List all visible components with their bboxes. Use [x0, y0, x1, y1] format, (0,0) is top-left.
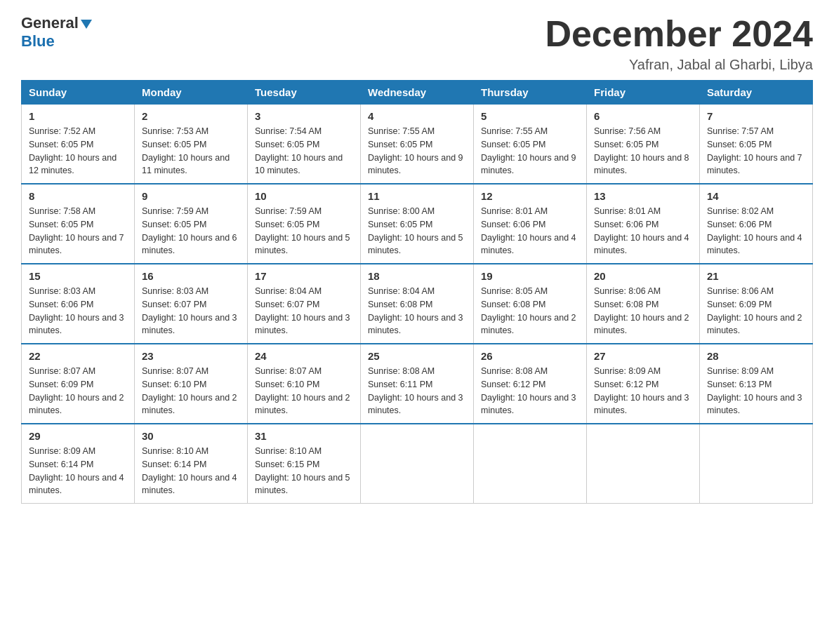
calendar-cell: 1 Sunrise: 7:52 AM Sunset: 6:05 PM Dayli…	[22, 105, 135, 185]
calendar-cell: 27 Sunrise: 8:09 AM Sunset: 6:12 PM Dayl…	[587, 344, 700, 424]
logo-line1: General	[21, 14, 92, 32]
day-info: Sunrise: 8:09 AM Sunset: 6:13 PM Dayligh…	[707, 365, 805, 417]
calendar-week-4: 22 Sunrise: 8:07 AM Sunset: 6:09 PM Dayl…	[22, 344, 813, 424]
day-info: Sunrise: 8:08 AM Sunset: 6:12 PM Dayligh…	[481, 365, 579, 417]
header-thursday: Thursday	[474, 81, 587, 105]
day-number: 27	[594, 350, 692, 362]
day-number: 12	[481, 190, 579, 202]
day-info: Sunrise: 8:09 AM Sunset: 6:14 PM Dayligh…	[29, 445, 127, 497]
day-info: Sunrise: 8:08 AM Sunset: 6:11 PM Dayligh…	[368, 365, 466, 417]
calendar-cell: 4 Sunrise: 7:55 AM Sunset: 6:05 PM Dayli…	[361, 105, 474, 185]
header-sunday: Sunday	[22, 81, 135, 105]
day-info: Sunrise: 7:52 AM Sunset: 6:05 PM Dayligh…	[29, 125, 127, 177]
calendar-cell	[700, 424, 813, 504]
day-number: 13	[594, 190, 692, 202]
day-info: Sunrise: 7:54 AM Sunset: 6:05 PM Dayligh…	[255, 125, 353, 177]
day-number: 21	[707, 270, 805, 282]
day-number: 2	[142, 110, 240, 122]
calendar-cell: 12 Sunrise: 8:01 AM Sunset: 6:06 PM Dayl…	[474, 184, 587, 264]
day-info: Sunrise: 8:04 AM Sunset: 6:07 PM Dayligh…	[255, 285, 353, 337]
day-number: 7	[707, 110, 805, 122]
day-info: Sunrise: 8:10 AM Sunset: 6:15 PM Dayligh…	[255, 445, 353, 497]
calendar-cell: 25 Sunrise: 8:08 AM Sunset: 6:11 PM Dayl…	[361, 344, 474, 424]
day-info: Sunrise: 8:07 AM Sunset: 6:10 PM Dayligh…	[255, 365, 353, 417]
day-number: 11	[368, 190, 466, 202]
calendar-cell: 28 Sunrise: 8:09 AM Sunset: 6:13 PM Dayl…	[700, 344, 813, 424]
calendar-cell: 24 Sunrise: 8:07 AM Sunset: 6:10 PM Dayl…	[248, 344, 361, 424]
day-info: Sunrise: 7:56 AM Sunset: 6:05 PM Dayligh…	[594, 125, 692, 177]
calendar-cell: 6 Sunrise: 7:56 AM Sunset: 6:05 PM Dayli…	[587, 105, 700, 185]
day-number: 24	[255, 350, 353, 362]
calendar-cell: 15 Sunrise: 8:03 AM Sunset: 6:06 PM Dayl…	[22, 264, 135, 344]
calendar-cell	[361, 424, 474, 504]
calendar-cell: 29 Sunrise: 8:09 AM Sunset: 6:14 PM Dayl…	[22, 424, 135, 504]
day-number: 9	[142, 190, 240, 202]
day-number: 31	[255, 430, 353, 442]
calendar-cell: 22 Sunrise: 8:07 AM Sunset: 6:09 PM Dayl…	[22, 344, 135, 424]
calendar-cell: 5 Sunrise: 7:55 AM Sunset: 6:05 PM Dayli…	[474, 105, 587, 185]
header-saturday: Saturday	[700, 81, 813, 105]
day-number: 25	[368, 350, 466, 362]
day-number: 19	[481, 270, 579, 282]
day-number: 10	[255, 190, 353, 202]
day-info: Sunrise: 8:10 AM Sunset: 6:14 PM Dayligh…	[142, 445, 240, 497]
calendar-week-5: 29 Sunrise: 8:09 AM Sunset: 6:14 PM Dayl…	[22, 424, 813, 504]
calendar-cell: 20 Sunrise: 8:06 AM Sunset: 6:08 PM Dayl…	[587, 264, 700, 344]
calendar-cell: 26 Sunrise: 8:08 AM Sunset: 6:12 PM Dayl…	[474, 344, 587, 424]
header-monday: Monday	[135, 81, 248, 105]
calendar-cell: 3 Sunrise: 7:54 AM Sunset: 6:05 PM Dayli…	[248, 105, 361, 185]
calendar-cell: 18 Sunrise: 8:04 AM Sunset: 6:08 PM Dayl…	[361, 264, 474, 344]
calendar-cell: 31 Sunrise: 8:10 AM Sunset: 6:15 PM Dayl…	[248, 424, 361, 504]
day-info: Sunrise: 8:01 AM Sunset: 6:06 PM Dayligh…	[594, 205, 692, 257]
day-info: Sunrise: 7:55 AM Sunset: 6:05 PM Dayligh…	[368, 125, 466, 177]
header-wednesday: Wednesday	[361, 81, 474, 105]
day-number: 30	[142, 430, 240, 442]
day-number: 14	[707, 190, 805, 202]
calendar-cell	[587, 424, 700, 504]
day-number: 3	[255, 110, 353, 122]
day-info: Sunrise: 8:03 AM Sunset: 6:06 PM Dayligh…	[29, 285, 127, 337]
day-info: Sunrise: 8:03 AM Sunset: 6:07 PM Dayligh…	[142, 285, 240, 337]
page-header: General Blue December 2024 Yafran, Jabal…	[21, 14, 813, 73]
calendar-cell: 2 Sunrise: 7:53 AM Sunset: 6:05 PM Dayli…	[135, 105, 248, 185]
day-info: Sunrise: 7:55 AM Sunset: 6:05 PM Dayligh…	[481, 125, 579, 177]
day-info: Sunrise: 8:02 AM Sunset: 6:06 PM Dayligh…	[707, 205, 805, 257]
calendar-table: SundayMondayTuesdayWednesdayThursdayFrid…	[21, 80, 813, 504]
calendar-cell: 23 Sunrise: 8:07 AM Sunset: 6:10 PM Dayl…	[135, 344, 248, 424]
calendar-cell: 10 Sunrise: 7:59 AM Sunset: 6:05 PM Dayl…	[248, 184, 361, 264]
header-tuesday: Tuesday	[248, 81, 361, 105]
day-number: 4	[368, 110, 466, 122]
calendar-cell: 14 Sunrise: 8:02 AM Sunset: 6:06 PM Dayl…	[700, 184, 813, 264]
day-info: Sunrise: 8:06 AM Sunset: 6:08 PM Dayligh…	[594, 285, 692, 337]
day-info: Sunrise: 8:07 AM Sunset: 6:09 PM Dayligh…	[29, 365, 127, 417]
day-info: Sunrise: 7:59 AM Sunset: 6:05 PM Dayligh…	[255, 205, 353, 257]
calendar-cell: 9 Sunrise: 7:59 AM Sunset: 6:05 PM Dayli…	[135, 184, 248, 264]
day-info: Sunrise: 7:53 AM Sunset: 6:05 PM Dayligh…	[142, 125, 240, 177]
calendar-cell	[474, 424, 587, 504]
day-number: 23	[142, 350, 240, 362]
day-number: 16	[142, 270, 240, 282]
calendar-cell: 30 Sunrise: 8:10 AM Sunset: 6:14 PM Dayl…	[135, 424, 248, 504]
day-info: Sunrise: 7:58 AM Sunset: 6:05 PM Dayligh…	[29, 205, 127, 257]
day-number: 18	[368, 270, 466, 282]
day-info: Sunrise: 8:04 AM Sunset: 6:08 PM Dayligh…	[368, 285, 466, 337]
logo-line2: Blue	[21, 32, 55, 51]
calendar-week-3: 15 Sunrise: 8:03 AM Sunset: 6:06 PM Dayl…	[22, 264, 813, 344]
day-info: Sunrise: 8:01 AM Sunset: 6:06 PM Dayligh…	[481, 205, 579, 257]
day-info: Sunrise: 7:59 AM Sunset: 6:05 PM Dayligh…	[142, 205, 240, 257]
calendar-cell: 21 Sunrise: 8:06 AM Sunset: 6:09 PM Dayl…	[700, 264, 813, 344]
calendar-week-1: 1 Sunrise: 7:52 AM Sunset: 6:05 PM Dayli…	[22, 105, 813, 185]
header-friday: Friday	[587, 81, 700, 105]
day-number: 8	[29, 190, 127, 202]
day-number: 5	[481, 110, 579, 122]
day-info: Sunrise: 8:05 AM Sunset: 6:08 PM Dayligh…	[481, 285, 579, 337]
calendar-cell: 8 Sunrise: 7:58 AM Sunset: 6:05 PM Dayli…	[22, 184, 135, 264]
day-number: 28	[707, 350, 805, 362]
day-info: Sunrise: 8:00 AM Sunset: 6:05 PM Dayligh…	[368, 205, 466, 257]
day-info: Sunrise: 8:07 AM Sunset: 6:10 PM Dayligh…	[142, 365, 240, 417]
calendar-week-2: 8 Sunrise: 7:58 AM Sunset: 6:05 PM Dayli…	[22, 184, 813, 264]
calendar-cell: 16 Sunrise: 8:03 AM Sunset: 6:07 PM Dayl…	[135, 264, 248, 344]
calendar-subtitle: Yafran, Jabal al Gharbi, Libya	[545, 57, 813, 73]
day-number: 15	[29, 270, 127, 282]
day-number: 22	[29, 350, 127, 362]
